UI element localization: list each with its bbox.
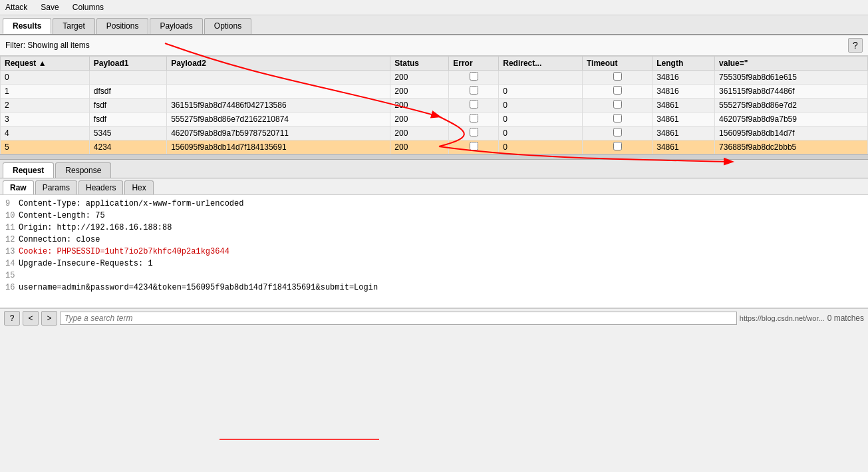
- cell-status: 200: [390, 71, 449, 85]
- cell-timeout[interactable]: [583, 85, 652, 99]
- sub-tab-params[interactable]: Params: [35, 180, 77, 194]
- cell-redirect: 0: [499, 99, 583, 113]
- tab-options[interactable]: Options: [204, 18, 251, 34]
- cell-payload2: 462075f9ab8d9a7b59787520711: [167, 126, 390, 140]
- cell-redirect: 0: [499, 140, 583, 154]
- cell-length: 34816: [652, 85, 715, 99]
- cell-value: 555275f9ab8d86e7d2: [715, 99, 868, 113]
- cell-length: 34861: [652, 99, 715, 113]
- line-text: username=admin&password=4234&token=15609…: [19, 282, 378, 294]
- cell-redirect: 0: [499, 85, 583, 99]
- tab-payloads[interactable]: Payloads: [150, 18, 202, 34]
- cell-error[interactable]: [449, 113, 499, 126]
- token-link[interactable]: 156095f9ab8db14d7f184135691: [186, 283, 315, 292]
- col-length[interactable]: Length: [652, 57, 715, 71]
- cell-value: 156095f9ab8db14d7f: [715, 126, 868, 140]
- line-number: 13: [5, 246, 16, 258]
- cell-length: 34861: [652, 113, 715, 126]
- cell-error[interactable]: [449, 85, 499, 99]
- table-row[interactable]: 5 4234 156095f9ab8db14d7f184135691 200 0…: [1, 140, 868, 154]
- code-line: 14Upgrade-Insecure-Requests: 1: [5, 258, 863, 270]
- table-row[interactable]: 4 5345 462075f9ab8d9a7b59787520711 200 0…: [1, 126, 868, 140]
- cell-payload1: 4234: [89, 140, 166, 154]
- tab-response[interactable]: Response: [55, 162, 111, 178]
- col-redirect[interactable]: Redirect...: [499, 57, 583, 71]
- table-row[interactable]: 1 dfsdf 200 0 34816 361515f9ab8d74486f: [1, 85, 868, 99]
- cell-payload2: [167, 85, 390, 99]
- cell-error[interactable]: [449, 99, 499, 113]
- code-line: 13Cookie: PHPSESSID=1uht7io2b7khfc40p2a1…: [5, 246, 863, 258]
- table-header-row: Request ▲ Payload1 Payload2 Status Error…: [1, 57, 868, 71]
- bottom-tab-bar: Request Response: [0, 160, 868, 178]
- code-line: 16username=admin&password=4234&token=156…: [5, 282, 863, 294]
- line-number: 15: [5, 270, 16, 282]
- filter-text: Filter: Showing all items: [5, 41, 843, 50]
- line-text: Content-Length: 75: [19, 210, 105, 222]
- cell-request: 5: [1, 140, 90, 154]
- sub-tab-raw[interactable]: Raw: [3, 180, 34, 194]
- cell-payload1: 5345: [89, 126, 166, 140]
- search-bar: ? < > https://blog.csdn.net/wor... 0 mat…: [0, 308, 868, 328]
- cell-error[interactable]: [449, 140, 499, 154]
- cell-request: 2: [1, 99, 90, 113]
- sub-tab-bar: Raw Params Headers Hex: [0, 178, 868, 195]
- tab-target[interactable]: Target: [53, 18, 94, 34]
- search-next-btn[interactable]: >: [41, 311, 57, 326]
- cell-redirect: [499, 71, 583, 85]
- cell-timeout[interactable]: [583, 140, 652, 154]
- results-table: Request ▲ Payload1 Payload2 Status Error…: [0, 56, 868, 154]
- line-number: 14: [5, 258, 16, 270]
- cell-timeout[interactable]: [583, 113, 652, 126]
- table-row[interactable]: 3 fsdf 555275f9ab8d86e7d2162210874 200 0…: [1, 113, 868, 126]
- tab-request[interactable]: Request: [3, 162, 54, 178]
- cell-request: 0: [1, 71, 90, 85]
- col-request[interactable]: Request ▲: [1, 57, 90, 71]
- tab-results[interactable]: Results: [3, 18, 51, 34]
- col-error[interactable]: Error: [449, 57, 499, 71]
- col-value[interactable]: value=": [715, 57, 868, 71]
- code-area: 9Content-Type: application/x-www-form-ur…: [0, 195, 868, 308]
- cell-error[interactable]: [449, 71, 499, 85]
- line-text: Upgrade-Insecure-Requests: 1: [19, 258, 153, 270]
- sub-tab-hex[interactable]: Hex: [124, 180, 153, 194]
- cell-value: 736885f9ab8dc2bbb5: [715, 140, 868, 154]
- cell-timeout[interactable]: [583, 126, 652, 140]
- col-payload2[interactable]: Payload2: [167, 57, 390, 71]
- cell-value: 462075f9ab8d9a7b59: [715, 113, 868, 126]
- menu-columns[interactable]: Columns: [70, 1, 106, 13]
- cell-payload1: dfsdf: [89, 85, 166, 99]
- search-question-btn[interactable]: ?: [4, 311, 20, 326]
- col-payload1[interactable]: Payload1: [89, 57, 166, 71]
- panel-divider[interactable]: [0, 154, 868, 160]
- line-number: 9: [5, 198, 16, 210]
- sub-tab-headers[interactable]: Headers: [78, 180, 123, 194]
- cell-payload1: [89, 71, 166, 85]
- cell-status: 200: [390, 113, 449, 126]
- cell-timeout[interactable]: [583, 71, 652, 85]
- line-text: Origin: http://192.168.16.188:88: [19, 222, 172, 234]
- search-input[interactable]: [60, 312, 737, 325]
- line-number: 10: [5, 210, 16, 222]
- menu-attack[interactable]: Attack: [3, 1, 30, 13]
- cell-value: 361515f9ab8d74486f: [715, 85, 868, 99]
- cell-status: 200: [390, 126, 449, 140]
- table-row[interactable]: 0 200 34816 755305f9ab8d61e615: [1, 71, 868, 85]
- table-row[interactable]: 2 fsdf 361515f9ab8d74486f042713586 200 0…: [1, 99, 868, 113]
- cell-value: 755305f9ab8d61e615: [715, 71, 868, 85]
- cell-error[interactable]: [449, 126, 499, 140]
- menu-save[interactable]: Save: [38, 1, 61, 13]
- tab-positions[interactable]: Positions: [96, 18, 149, 34]
- bottom-panel: Request Response Raw Params Headers Hex …: [0, 160, 868, 328]
- cell-request: 3: [1, 113, 90, 126]
- col-timeout[interactable]: Timeout: [583, 57, 652, 71]
- line-text: Connection: close: [19, 234, 100, 246]
- col-status[interactable]: Status: [390, 57, 449, 71]
- filter-button[interactable]: ?: [848, 38, 863, 53]
- cell-redirect: 0: [499, 113, 583, 126]
- cell-status: 200: [390, 99, 449, 113]
- cell-redirect: 0: [499, 126, 583, 140]
- cell-timeout[interactable]: [583, 99, 652, 113]
- main-tab-bar: Results Target Positions Payloads Option…: [0, 15, 868, 35]
- filter-bar: Filter: Showing all items ?: [0, 35, 868, 56]
- search-prev-btn[interactable]: <: [23, 311, 39, 326]
